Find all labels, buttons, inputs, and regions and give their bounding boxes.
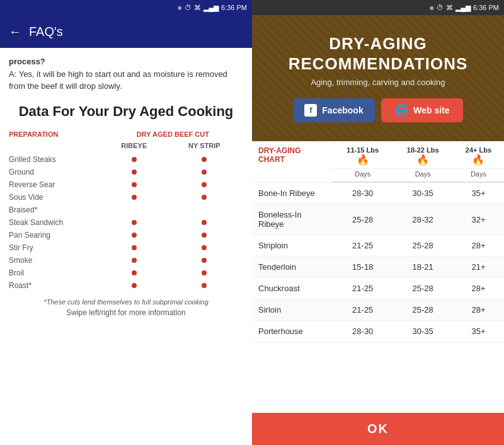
hero-title: DRY-AGINGRECOMMENDATIONS	[289, 34, 468, 73]
row-label: Ground	[9, 166, 103, 178]
days-value-col2: 30-35	[392, 321, 452, 342]
section-heading: Data For Your Dry Aged Cooking	[9, 103, 243, 121]
dot-cell	[103, 254, 166, 267]
days-value-col2: 28-32	[392, 204, 452, 235]
dot-cell	[103, 153, 166, 166]
globe-icon: 🌐	[394, 103, 408, 117]
dot-cell	[166, 254, 243, 267]
table-row: Reverse Sear	[9, 178, 243, 191]
website-button[interactable]: 🌐 Web site	[381, 98, 463, 122]
prep-col-header: PREPARATION	[9, 130, 103, 142]
dot-cell	[166, 191, 243, 204]
days-value-col3: 28+	[453, 235, 504, 257]
lbs-col2-header: 18-22 Lbs 🔥	[392, 141, 452, 169]
table-row: Braised*	[9, 204, 243, 216]
footer-note: *These cuts lend themselves to full subp…	[9, 298, 243, 306]
right-status-bar: ⎈ ⏱ ⌘ ▂▄▆ 6:36 PM	[252, 0, 504, 15]
row-label: Braised*	[9, 204, 103, 216]
back-button[interactable]: ←	[9, 25, 21, 39]
dot-cell	[103, 166, 166, 178]
dot-icon	[202, 182, 207, 187]
cut-name: Bone-In Ribeye	[252, 182, 333, 204]
cut-name: Striploin	[252, 235, 333, 257]
days-value-col2: 30-35	[392, 182, 452, 204]
aging-row: Boneless-InRibeye25-2828-3232+	[252, 204, 504, 235]
left-panel: ⎈ ⏱ ⌘ ▂▄▆ 6:36 PM ← FAQ's process? A: Ye…	[0, 0, 252, 445]
flame3-icon: 🔥	[457, 154, 500, 166]
aging-row: Sirloin21-2525-2828+	[252, 299, 504, 321]
dot-cell	[166, 178, 243, 191]
dot-cell	[103, 178, 166, 191]
row-label: Sous Vide	[9, 191, 103, 204]
table-row: Pan Searing	[9, 229, 243, 241]
hero-section: DRY-AGINGRECOMMENDATIONS Aging, trimming…	[252, 15, 504, 141]
nystrip-header: NY Strip	[166, 142, 243, 153]
right-time: 6:36 PM	[473, 4, 499, 11]
dot-cell	[166, 241, 243, 254]
left-content: process? A: Yes, it will be high to star…	[0, 48, 252, 445]
flame1-icon: 🔥	[336, 154, 389, 166]
cut-name: Boneless-InRibeye	[252, 204, 333, 235]
table-row: Sous Vide	[9, 191, 243, 204]
dot-icon	[132, 258, 137, 263]
row-label: Pan Searing	[9, 229, 103, 241]
dot-cell	[103, 204, 166, 216]
facebook-button[interactable]: f Facebook	[293, 98, 375, 122]
empty-header	[9, 142, 103, 153]
lbs-col1-header: 11-15 Lbs 🔥	[333, 141, 392, 169]
wifi-icon: ⌘	[194, 4, 201, 12]
flame2-icon: 🔥	[396, 154, 449, 166]
hero-subtitle: Aging, trimming, carving and cooking	[311, 78, 445, 87]
left-time: 6:36 PM	[221, 4, 247, 11]
days-value-col2: 25-28	[392, 278, 452, 299]
dot-cell	[166, 166, 243, 178]
dot-icon	[202, 195, 207, 200]
answer-question: process?	[9, 57, 45, 66]
days-value-col1: 21-25	[333, 299, 392, 321]
days-value-col2: 25-28	[392, 299, 452, 321]
cut-name: Chuckroast	[252, 278, 333, 299]
r-bluetooth-icon: ⎈	[430, 4, 434, 11]
aging-row: Porterhouse28-3030-3535+	[252, 321, 504, 342]
dot-icon	[132, 245, 137, 250]
dot-icon	[202, 283, 207, 288]
days-value-col3: 21+	[453, 257, 504, 278]
ok-button[interactable]: OK	[261, 422, 495, 436]
table-row: Grilled Steaks	[9, 153, 243, 166]
table-row: Ground	[9, 166, 243, 178]
r-wifi-icon: ⌘	[446, 4, 453, 12]
dot-icon	[202, 233, 207, 238]
answer-body: A: Yes, it will be high to start out and…	[9, 69, 227, 91]
dot-icon	[132, 233, 137, 238]
days-value-col1: 25-28	[333, 204, 392, 235]
days-value-col1: 28-30	[333, 321, 392, 342]
facebook-label: Facebook	[322, 105, 363, 115]
website-label: Web site	[413, 105, 449, 115]
row-label: Reverse Sear	[9, 178, 103, 191]
aging-row: Chuckroast21-2525-2828+	[252, 278, 504, 299]
dot-icon	[202, 270, 207, 275]
lbs3-label: 24+ Lbs	[466, 146, 491, 154]
hero-buttons: f Facebook 🌐 Web site	[293, 98, 463, 122]
ribeye-header: Ribeye	[103, 142, 166, 153]
dot-icon	[132, 270, 137, 275]
days-value-col1: 21-25	[333, 278, 392, 299]
dot-icon	[132, 170, 137, 175]
row-label: Smoke	[9, 254, 103, 267]
days-value-col3: 28+	[453, 278, 504, 299]
days-value-col3: 32+	[453, 204, 504, 235]
chart-section: DRY-AGINGCHART 11-15 Lbs 🔥 18-22 Lbs 🔥 2…	[252, 141, 504, 413]
dot-cell	[103, 241, 166, 254]
dot-icon	[132, 283, 137, 288]
days2-label: Days	[392, 169, 452, 183]
left-status-bar: ⎈ ⏱ ⌘ ▂▄▆ 6:36 PM	[0, 0, 252, 15]
table-row: Roast*	[9, 279, 243, 292]
aging-row: Bone-In Ribeye28-3030-3535+	[252, 182, 504, 204]
dot-cell	[166, 153, 243, 166]
r-signal-icon: ▂▄▆	[455, 4, 471, 12]
bluetooth-icon: ⎈	[178, 4, 182, 11]
dot-icon	[132, 195, 137, 200]
dot-icon	[202, 245, 207, 250]
signal-icon: ▂▄▆	[203, 4, 219, 12]
days-value-col2: 18-21	[392, 257, 452, 278]
